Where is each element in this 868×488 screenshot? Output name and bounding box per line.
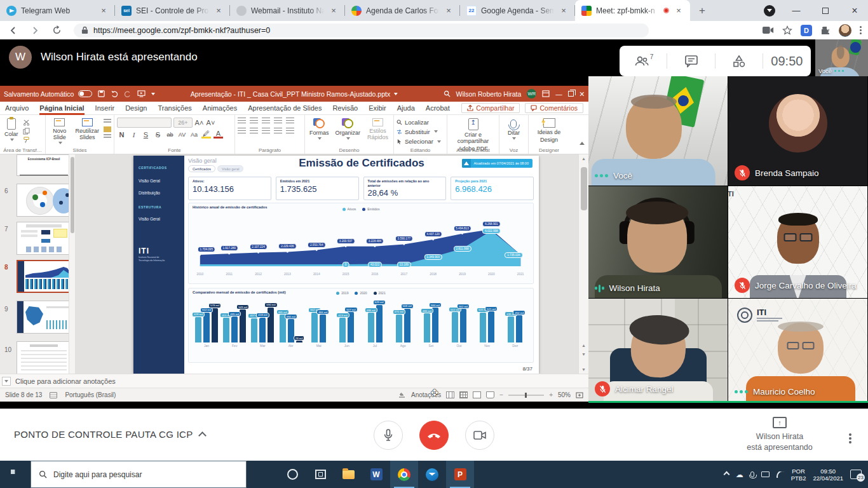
action-center-icon[interactable]: 23 [850, 470, 862, 479]
align-left-icon[interactable] [238, 128, 246, 135]
indent-increase-icon[interactable] [274, 118, 282, 125]
hangup-button[interactable] [419, 421, 449, 450]
find-button[interactable]: Localizar [397, 118, 429, 126]
thumbnail-slide-7[interactable] [17, 222, 71, 255]
scroll-up-icon[interactable]: ▴ [579, 156, 588, 161]
cortana-button[interactable] [278, 461, 306, 488]
spellcheck-icon[interactable] [50, 392, 57, 398]
ppt-menu-tab[interactable]: Design [125, 102, 147, 115]
participants-button[interactable]: 7 [620, 46, 667, 76]
new-slide-button[interactable]: Novo Slide [48, 118, 71, 145]
ribbon-display-options-icon[interactable] [542, 90, 550, 97]
onedrive-cloud-icon[interactable]: ☁ [736, 470, 743, 479]
video-tile-alcimar[interactable]: Alcimar Rangel [588, 299, 728, 402]
ppt-menu-tab[interactable]: Acrobat [426, 102, 450, 115]
start-slideshow-icon[interactable] [137, 90, 146, 98]
next-slide-icon[interactable]: ▾ [579, 351, 588, 357]
reuse-slides-button[interactable]: Reutilizar Slides [73, 118, 101, 141]
justify-icon[interactable] [274, 128, 282, 135]
design-ideas-button[interactable]: Ideias deDesign [536, 118, 563, 144]
thumbnail-slide-8-selected[interactable] [17, 260, 71, 293]
undo-icon[interactable] [110, 90, 119, 98]
chrome-button[interactable] [390, 461, 418, 488]
tab-close-icon[interactable]: × [98, 6, 109, 16]
replace-button[interactable]: Substituir [397, 128, 438, 135]
grow-font-icon[interactable]: A˄ [194, 119, 204, 126]
zoom-in-icon[interactable]: + [549, 391, 553, 398]
font-name-box[interactable] [117, 118, 172, 128]
strikethrough-icon[interactable]: S [153, 131, 163, 139]
reading-view-icon[interactable] [473, 391, 481, 398]
thumbnail-slide-10[interactable] [17, 341, 71, 374]
reset-icon[interactable] [104, 126, 111, 132]
meeting-title-button[interactable]: PONTO DE CONTROLE PAUTA CG ICP [14, 429, 205, 440]
ppt-menu-tab[interactable]: Animações [203, 102, 237, 115]
collapse-ribbon-icon[interactable] [580, 142, 585, 145]
font-size-box[interactable]: 26+ [173, 118, 193, 128]
section-icon[interactable] [104, 134, 111, 140]
ppt-minimize-button[interactable]: — [555, 90, 562, 98]
maximize-button[interactable] [812, 0, 839, 21]
video-tile-jorge[interactable]: ITI Jorge Carvalho de Oliveira [728, 186, 868, 299]
ppt-menu-tab[interactable]: Transições [158, 102, 191, 115]
tray-mic-icon[interactable] [750, 471, 754, 477]
back-icon[interactable] [5, 22, 22, 39]
extension-d-icon[interactable]: D [801, 25, 812, 36]
scroll-down-icon[interactable]: ▾ [579, 367, 588, 372]
ppt-menu-tab[interactable]: Ajuda [397, 102, 415, 115]
shapes-button[interactable]: Formas [308, 118, 331, 140]
slide-sorter-icon[interactable] [459, 391, 468, 398]
extensions-puzzle-icon[interactable] [820, 25, 831, 36]
numbering-icon[interactable] [250, 118, 258, 125]
tab-close-icon[interactable]: × [444, 6, 454, 16]
slide-canvas[interactable]: CERTIFICADOS Visão Geral Distribuição ES… [83, 154, 578, 374]
ppt-titlebar[interactable]: Salvamento Automático Apresentação - ITI… [0, 86, 588, 102]
tab-close-icon[interactable]: × [329, 6, 339, 16]
slideshow-icon[interactable] [486, 391, 494, 398]
share-button[interactable]: Compartilhar [461, 103, 520, 113]
previous-slide-icon[interactable]: ▴ [579, 342, 588, 348]
activities-button[interactable] [715, 46, 763, 76]
font-color-icon[interactable]: A [214, 131, 223, 139]
thumbnail-scrollbar[interactable] [69, 154, 75, 374]
network-icon[interactable] [776, 471, 784, 478]
tab-agenda-carlos[interactable]: Agenda de Carlos Fort × [345, 0, 460, 21]
layout-icon[interactable] [104, 119, 111, 125]
columns-icon[interactable] [286, 128, 294, 135]
arrange-button[interactable]: Organizar [334, 118, 363, 140]
normal-view-icon[interactable] [446, 391, 454, 398]
language-label[interactable]: Português (Brasil) [65, 391, 116, 398]
file-explorer-button[interactable] [334, 461, 362, 488]
reload-icon[interactable] [48, 22, 65, 39]
video-tile-brenda[interactable]: Brenda Sampaio [728, 76, 868, 186]
tab-telegram[interactable]: Telegram Web × [0, 0, 115, 21]
powerpoint-button[interactable]: P [446, 461, 474, 488]
bullets-icon[interactable] [238, 118, 246, 125]
video-tile-wilson[interactable]: Wilson Hirata [588, 186, 728, 299]
video-tile-mauricio[interactable]: ITI Mauricio Coelho [728, 299, 868, 402]
tab-close-icon[interactable]: × [214, 6, 224, 16]
ppt-menu-tab[interactable]: Página Inicial [39, 102, 84, 115]
dictate-button[interactable]: Ditar [506, 118, 522, 140]
word-button[interactable]: W [362, 461, 390, 488]
bookmark-star-icon[interactable] [782, 25, 792, 36]
mail-button[interactable] [418, 461, 446, 488]
cut-icon[interactable] [23, 119, 30, 126]
underline-icon[interactable]: S [141, 131, 151, 139]
task-view-button[interactable] [306, 461, 334, 488]
line-spacing-icon[interactable] [286, 118, 294, 125]
bold-icon[interactable]: N [117, 131, 126, 139]
mic-button[interactable] [374, 421, 403, 450]
italic-icon[interactable]: I [129, 131, 139, 139]
browser-menu-icon[interactable] [860, 26, 862, 34]
quick-styles-button[interactable]: Estilos Rápidos [365, 118, 391, 141]
tab-close-icon[interactable]: × [674, 6, 684, 16]
more-options-icon[interactable] [849, 432, 851, 445]
highlight-icon[interactable]: 🖉 [201, 131, 211, 139]
shrink-font-icon[interactable]: A˅ [206, 119, 215, 126]
fit-to-window-icon[interactable] [576, 391, 583, 399]
collapse-notes-icon[interactable] [2, 377, 11, 386]
char-spacing-icon[interactable]: AV [177, 132, 187, 138]
ribbon-search-icon[interactable] [444, 90, 451, 97]
touch-keyboard-icon[interactable] [761, 471, 770, 477]
